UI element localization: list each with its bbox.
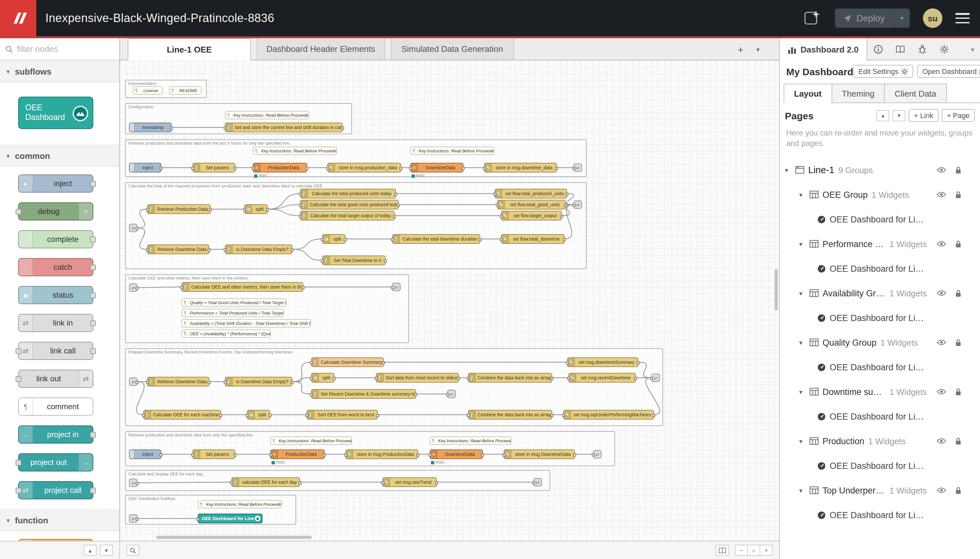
palette-node-complete[interactable]: ✓complete [18,230,93,248]
visibility-eye-icon[interactable] [936,387,946,396]
palette-scroll-up-button[interactable]: ▴ [84,545,97,556]
subtab-layout[interactable]: Layout [784,84,832,103]
flow-node-li[interactable]: ⇄ [129,479,137,487]
palette-node-project-in[interactable]: →project in [18,425,93,443]
flow-node-performance-total-produced-units-total-target-units[interactable]: ¶Performance = Total Produced Units / To… [181,309,284,317]
flow-node-calculate-the-total-target-output-of-today[interactable]: ƒCalculate the total target output of to… [300,211,395,220]
flow-node-li[interactable]: ⇄ [129,224,137,232]
palette-search-input[interactable] [17,44,101,54]
visibility-eye-icon[interactable] [936,190,946,199]
expand-all-button[interactable]: ▾ [893,110,906,121]
palette-node-comment[interactable]: ¶comment [18,397,93,416]
palette-node-link-out[interactable]: link out⇄ [18,370,93,388]
flow-node-set-flow-total-downtime[interactable]: ✎set flow.total_downtime [501,234,564,244]
tab-dashboard-header-elements[interactable]: Dashboard Header Elements [257,38,385,60]
flow-node-is-downtime-data-empty[interactable]: ƒIs Downtime Data Empty? [225,377,292,387]
flow-node-key-instructions-read-before-proceeding[interactable]: ¶Key Instructions: Read Before Proceedin… [253,147,337,155]
flow-node-calculate-the-total-produced-units-today[interactable]: ƒCalculate the total produced units toda… [300,189,396,198]
add-link-button[interactable]: + Link [909,109,938,122]
flow-node-productiondata[interactable]: ≡ProductionDataRWC [270,450,325,459]
tree-row-group-downtime-summery[interactable]: ▾Downtime summery1 Widgets [780,383,980,400]
flow-node-quality-total-good-units-produced-total-target-units[interactable]: ¶Quality = Total Good Units Produced / T… [181,298,287,307]
flow-node-productiondata[interactable]: ≡ProductionDataRWC [253,163,307,172]
add-page-button[interactable]: + Page [942,109,975,122]
flow-node-store-in-msg-downtime-data[interactable]: ✎store in msg.downtime_data [484,163,557,172]
flow-node-retrieve-downtime-data[interactable]: ƒRetrieve Downtime Data [147,245,210,254]
flow-node-split[interactable]: ⇉split [311,373,335,383]
flow-node-calculate-the-total-good-units-produced-today[interactable]: ƒCalculate the total good units produced… [300,200,399,210]
flow-node-key-instructions-read-before-proceeding[interactable]: ¶Key Instructions: Read Before Proceedin… [225,111,309,119]
inject-button[interactable] [130,450,135,458]
canvas-search-button[interactable] [126,545,139,556]
palette-category-subflows[interactable]: ▾subflows [0,60,119,83]
palette-category-function[interactable]: ▾function [0,509,119,531]
palette-node-debug[interactable]: debug≡ [18,202,93,220]
flow-node-set-msg-topunderperformingmachines[interactable]: ✎set msg.topUnderPerformingMachines [563,410,654,420]
sidebar-tab-book[interactable] [889,38,911,60]
palette-node-project-call[interactable]: ⇄project call [18,481,93,499]
zoom-out-button[interactable]: − [735,545,748,556]
palette-node-link-in[interactable]: ⇄link in [18,314,93,332]
navigator-toggle-icon[interactable] [716,545,729,556]
flow-node-calculate-oee-and-other-metrics-then-store-them-in-the-context[interactable]: ƒCalculate OEE and other metrics, then s… [181,282,304,292]
open-dashboard-button[interactable]: Open Dashboard [917,65,980,78]
flow-node-calculate-the-total-downtime-duration[interactable]: ƒCalculate the total downtime duration [392,234,480,244]
zoom-in-button[interactable]: + [760,545,772,556]
tree-row-page-line-1[interactable]: ▾Line-19 Groups [780,162,980,179]
palette-node-status[interactable]: ◉status [18,286,93,304]
palette-node-oee-dashboard[interactable]: OEE Dashboard [18,97,93,129]
lock-icon[interactable] [953,289,963,298]
tab-simulated-data-generation[interactable]: Simulated Data Generation [391,38,514,60]
flow-node-oee-availability-performance-quality[interactable]: ¶OEE = (Availability) * (Performance) * … [181,329,271,338]
inject-button[interactable] [130,123,135,132]
user-avatar[interactable]: su [923,8,942,28]
flow-node-lo[interactable]: ⇄ [593,450,602,458]
flow-node-key-instructions-read-before-proceeding[interactable]: ¶Key Instructions: Read Before Proceedin… [430,437,511,445]
tree-row-widget-oee-dashboard-for-line-1[interactable]: OEE Dashboard for Line 1 [780,260,980,277]
flow-node-combine-the-data-back-into-an-array[interactable]: ƒCombine the data back into an array. [468,373,552,383]
lock-icon[interactable] [953,165,963,174]
flow-node-calculate-oee-for-each-day[interactable]: ƒcalculate OEE for each day [231,477,300,487]
tree-row-widget-oee-dashboard-for-line-1[interactable]: OEE Dashboard for Line 1 [780,211,980,228]
palette-node-catch[interactable]: !catch [18,258,93,276]
flow-node-key-instructions-read-before-proceeding[interactable]: ¶Key Instructions: Read Before Proceedin… [410,147,495,155]
flow-node-split[interactable]: ⇉split [247,410,270,420]
lock-icon[interactable] [953,437,963,445]
vertical-scrollbar[interactable] [775,269,778,311]
flow-node-retrieve-production-data[interactable]: ƒRetrieve Production Data [147,204,211,214]
visibility-eye-icon[interactable] [936,289,946,298]
tree-row-group-quality-group[interactable]: ▾Quality Group1 Widgets [780,334,980,351]
tree-row-widget-oee-dashboard-for-line-1[interactable]: OEE Dashboard for Line 1 [780,506,980,523]
tree-row-widget-oee-dashboard-for-line-1[interactable]: OEE Dashboard for Line 1 [780,457,980,474]
flow-node-oee-dashboard-for-line-1[interactable]: OEE Dashboard for Line 1 [198,514,262,523]
flow-node-downtimedata[interactable]: ≡DowntimeDataRWC [410,163,464,172]
main-menu-button[interactable] [955,13,970,23]
flow-node-availability-total-shift-duration-total-downtime-total-shift-duration[interactable]: ¶Availability = (Total Shift Duration - … [181,319,311,327]
flow-node-li[interactable]: ⇄ [129,514,137,523]
deploy-button[interactable]: Deploy ▾ [835,8,910,28]
flow-node-set-msg-recentdowntime[interactable]: ✎set msg.recentDowntime [568,373,636,383]
palette-search[interactable] [0,38,119,60]
visibility-eye-icon[interactable] [936,239,946,248]
flow-node-split[interactable]: ⇉split [322,234,345,244]
flow-node-calculate-downtime-summary[interactable]: ƒCalculate Downtime Summary [311,357,384,367]
flow-node-store-in-msg-production-data[interactable]: ✎store in msg.production_data [327,163,401,172]
flow-node-store-in-msg-productiondata[interactable]: ✎store in msg.ProductionData [345,450,418,459]
palette-node-link-call[interactable]: ⇄link call [18,342,93,360]
sidebar-tab-bug[interactable] [911,38,933,60]
flow-node-lo[interactable]: ⇄ [574,200,582,209]
lock-icon[interactable] [953,486,963,495]
flow-node-set-recent-downtime-downtime-summery-to[interactable]: ƒSet Recent Downtime & Downtime summery … [311,389,416,399]
flow-node-license[interactable]: ¶License [133,86,163,95]
tree-row-widget-oee-dashboard-for-line-1[interactable]: OEE Dashboard for Line 1 [780,408,980,425]
flow-node-lo[interactable]: ⇄ [574,164,582,172]
flow-node-set-msg-oeetrend[interactable]: ✎set msg.oeeTrend [383,477,437,487]
palette-category-common[interactable]: ▾common [0,145,119,167]
tree-row-group-performance-group[interactable]: ▾Performance Group1 Widgets [780,235,980,252]
palette-scroll-down-button[interactable]: ▾ [100,545,113,556]
visibility-eye-icon[interactable] [936,437,946,445]
flow-node-inject[interactable]: inject [129,450,162,459]
visibility-eye-icon[interactable] [936,338,946,347]
horizontal-scrollbar[interactable] [156,536,312,539]
visibility-eye-icon[interactable] [936,165,946,174]
